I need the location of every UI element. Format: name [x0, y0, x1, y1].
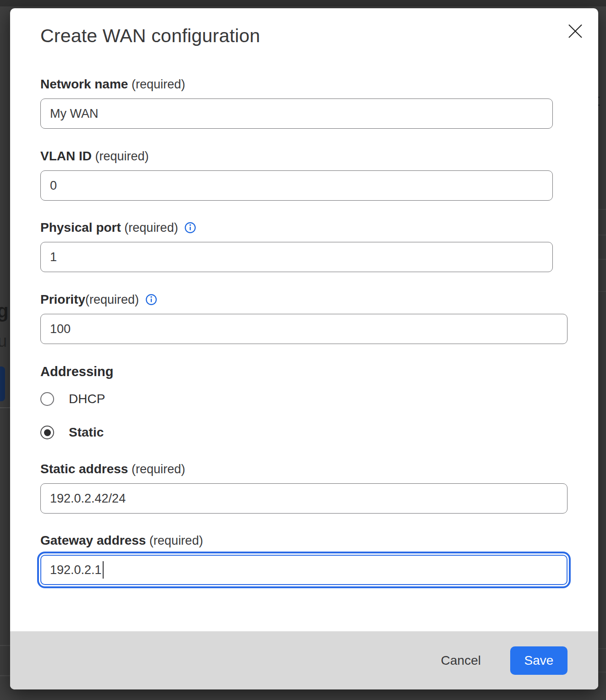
- gateway-address-label: Gateway address (required): [40, 533, 203, 548]
- static-address-label: Static address (required): [40, 462, 185, 476]
- dimmed-primary-button-fragment: [0, 366, 5, 401]
- dialog-footer: Cancel Save: [10, 631, 598, 689]
- addressing-option-dhcp[interactable]: DHCP: [40, 391, 105, 407]
- addressing-heading: Addressing: [40, 364, 114, 379]
- dimmed-table-row-line: [598, 259, 606, 260]
- static-address-input[interactable]: [40, 483, 567, 514]
- close-button[interactable]: [567, 22, 584, 40]
- dhcp-radio-label: DHCP: [69, 392, 105, 406]
- info-icon[interactable]: [184, 222, 196, 234]
- close-icon: [567, 23, 583, 39]
- dimmed-table-row-line: [598, 235, 606, 235]
- dimmed-table-row-line: [598, 209, 606, 210]
- vlan-id-label: VLAN ID (required): [40, 149, 149, 164]
- dimmed-divider: [0, 645, 10, 646]
- addressing-option-static[interactable]: Static: [40, 425, 104, 440]
- create-wan-configuration-dialog: Create WAN configuration Network name (r…: [10, 8, 598, 689]
- dimmed-divider: [0, 675, 10, 676]
- static-radio-label: Static: [69, 425, 104, 440]
- dimmed-table-row-line: [598, 672, 606, 673]
- dimmed-table-row-line: [598, 291, 606, 292]
- vlan-id-input[interactable]: [40, 170, 553, 201]
- dimmed-text-fragment-left-1: g: [0, 300, 9, 322]
- radio-unchecked-icon: [40, 392, 54, 406]
- radio-checked-icon: [40, 426, 54, 439]
- dimmed-text-fragment-left-2: u: [0, 332, 7, 351]
- dimmed-table-row-line: [598, 648, 606, 649]
- priority-label: Priority(required): [40, 292, 157, 307]
- gateway-address-input[interactable]: 192.0.2.1: [40, 555, 567, 585]
- info-icon[interactable]: [145, 294, 157, 306]
- network-name-label: Network name (required): [40, 77, 185, 92]
- dimmed-page-top-strip: [0, 0, 606, 6]
- dialog-title: Create WAN configuration: [40, 25, 260, 47]
- gateway-address-value: 192.0.2.1: [50, 563, 102, 577]
- cancel-button[interactable]: Cancel: [435, 650, 487, 672]
- physical-port-input[interactable]: [40, 242, 553, 272]
- network-name-input[interactable]: [40, 98, 553, 129]
- dimmed-divider: [0, 407, 10, 408]
- priority-input[interactable]: [40, 314, 567, 344]
- text-cursor: [103, 561, 104, 579]
- physical-port-label: Physical port (required): [40, 220, 196, 235]
- save-button[interactable]: Save: [510, 646, 567, 675]
